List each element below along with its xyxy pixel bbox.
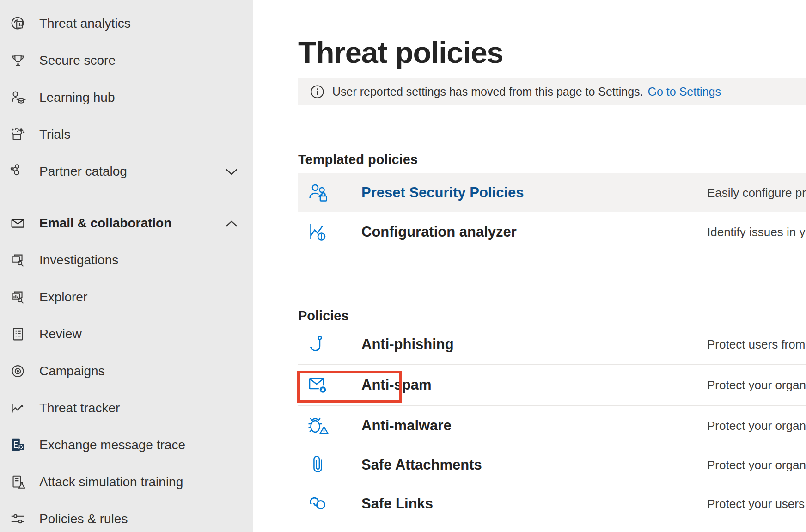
sidebar-item-label: Attack simulation training bbox=[39, 475, 183, 489]
row-anti-malware[interactable]: Anti-malware Protect your organiz bbox=[298, 405, 806, 446]
row-safe-attachments[interactable]: Safe Attachments Protect your organiz bbox=[298, 446, 806, 484]
chevron-up-icon[interactable] bbox=[225, 220, 238, 227]
row-label[interactable]: Anti-spam bbox=[361, 377, 432, 393]
partner-catalog-icon bbox=[9, 162, 27, 181]
anti-malware-icon bbox=[306, 415, 330, 437]
sidebar-item-exchange-message-trace[interactable]: Exchange message trace bbox=[0, 427, 253, 464]
preset-security-policies-icon bbox=[306, 182, 330, 204]
sidebar-item-label: Threat analytics bbox=[39, 16, 131, 31]
sidebar-item-trials[interactable]: Trials bbox=[0, 116, 253, 153]
row-description: Protect your organiz bbox=[707, 378, 806, 392]
sidebar-divider bbox=[10, 198, 240, 198]
trials-icon bbox=[9, 125, 27, 144]
main-content: Threat policies User reported settings h… bbox=[253, 0, 806, 532]
threat-tracker-icon bbox=[9, 399, 27, 417]
sidebar-item-label: Review bbox=[39, 327, 82, 342]
sidebar-item-learning-hub[interactable]: Learning hub bbox=[0, 79, 253, 116]
attack-simulation-icon bbox=[9, 473, 27, 491]
sidebar-item-label: Campaigns bbox=[39, 364, 105, 379]
sidebar-item-explorer[interactable]: Explorer bbox=[0, 279, 253, 316]
section-heading-templated-policies: Templated policies bbox=[298, 152, 418, 167]
row-label[interactable]: Anti-malware bbox=[361, 417, 452, 434]
sidebar-item-label: Exchange message trace bbox=[39, 438, 185, 453]
sidebar-item-review[interactable]: Review bbox=[0, 316, 253, 353]
review-icon bbox=[9, 325, 27, 343]
threat-analytics-icon bbox=[9, 14, 27, 33]
info-icon bbox=[310, 85, 324, 99]
row-description: Identify issues in you bbox=[707, 225, 806, 239]
row-description: Easily configure prot bbox=[707, 185, 806, 200]
row-safe-links[interactable]: Safe Links Protect your users fr bbox=[298, 484, 806, 524]
row-description: Protect your organiz bbox=[707, 458, 806, 472]
row-anti-phishing[interactable]: Anti-phishing Protect users from p bbox=[298, 324, 806, 365]
campaigns-icon bbox=[9, 362, 27, 380]
row-label[interactable]: Anti-phishing bbox=[361, 336, 454, 353]
anti-spam-icon bbox=[306, 374, 330, 396]
sidebar-item-label: Policies & rules bbox=[39, 512, 128, 526]
info-banner: User reported settings has moved from th… bbox=[298, 78, 806, 105]
policies-rules-icon bbox=[9, 510, 27, 528]
row-description: Protect your organiz bbox=[707, 418, 806, 433]
row-label[interactable]: Safe Attachments bbox=[361, 457, 482, 473]
sidebar-item-investigations[interactable]: Investigations bbox=[0, 242, 253, 279]
configuration-analyzer-icon bbox=[306, 221, 330, 243]
row-label[interactable]: Safe Links bbox=[361, 495, 433, 512]
sidebar-item-secure-score[interactable]: Secure score bbox=[0, 42, 253, 79]
chevron-down-icon[interactable] bbox=[225, 168, 238, 176]
row-description: Protect your users fr bbox=[707, 497, 806, 511]
exchange-icon bbox=[9, 436, 27, 454]
sidebar-item-label: Secure score bbox=[39, 53, 116, 68]
row-preset-security-policies[interactable]: Preset Security Policies Easily configur… bbox=[298, 173, 806, 212]
email-collaboration-icon bbox=[9, 214, 27, 232]
learning-hub-icon bbox=[9, 88, 27, 107]
page-title: Threat policies bbox=[298, 37, 503, 68]
sidebar-item-partner-catalog[interactable]: Partner catalog bbox=[0, 153, 253, 190]
sidebar-item-threat-tracker[interactable]: Threat tracker bbox=[0, 390, 253, 427]
row-label[interactable]: Preset Security Policies bbox=[361, 184, 524, 201]
sidebar-item-label: Threat tracker bbox=[39, 401, 120, 416]
row-anti-spam[interactable]: Anti-spam Protect your organiz bbox=[298, 364, 806, 406]
sidebar-item-threat-analytics[interactable]: Threat analytics bbox=[0, 5, 253, 42]
section-heading-policies: Policies bbox=[298, 308, 349, 324]
sidebar-item-attack-simulation-training[interactable]: Attack simulation training bbox=[0, 464, 253, 501]
investigations-icon bbox=[9, 251, 27, 269]
safe-attachments-icon bbox=[306, 454, 330, 476]
row-configuration-analyzer[interactable]: Configuration analyzer Identify issues i… bbox=[298, 212, 806, 252]
sidebar-item-label: Trials bbox=[39, 127, 70, 142]
secure-score-icon bbox=[9, 51, 27, 70]
go-to-settings-link[interactable]: Go to Settings bbox=[648, 85, 721, 98]
sidebar-item-label: Investigations bbox=[39, 253, 118, 268]
safe-links-icon bbox=[306, 493, 330, 515]
left-navigation-sidebar: Threat analytics Secure score Learning h… bbox=[0, 0, 253, 532]
sidebar-item-email-collaboration[interactable]: Email & collaboration bbox=[0, 205, 253, 242]
sidebar-item-policies-rules[interactable]: Policies & rules bbox=[0, 501, 253, 532]
sidebar-item-label: Email & collaboration bbox=[39, 216, 171, 231]
sidebar-item-campaigns[interactable]: Campaigns bbox=[0, 353, 253, 390]
sidebar-item-label: Partner catalog bbox=[39, 164, 127, 179]
anti-phishing-icon bbox=[306, 334, 330, 355]
row-description: Protect users from p bbox=[707, 337, 806, 352]
row-label[interactable]: Configuration analyzer bbox=[361, 224, 517, 240]
sidebar-item-label: Learning hub bbox=[39, 90, 115, 105]
banner-message: User reported settings has moved from th… bbox=[332, 85, 643, 98]
sidebar-item-label: Explorer bbox=[39, 290, 87, 305]
explorer-icon bbox=[9, 288, 27, 306]
